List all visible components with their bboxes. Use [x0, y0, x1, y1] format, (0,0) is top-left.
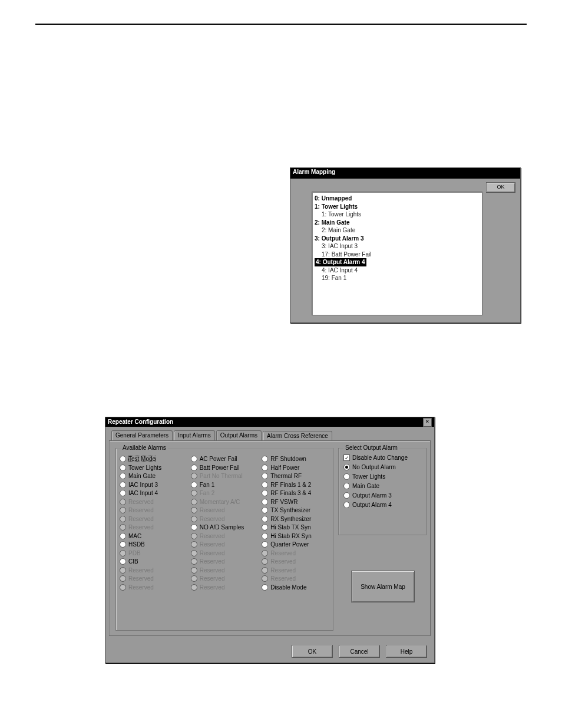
tab-panel: Available Alarms Test ModeTower LightsMa… — [109, 440, 431, 636]
alarm-radio: Reserved — [120, 499, 187, 505]
radio-icon — [262, 473, 268, 479]
radio-icon — [262, 567, 268, 574]
tree-node-selected[interactable]: 4: Output Alarm 4 — [315, 258, 366, 266]
alarm-radio[interactable]: Main Gate — [120, 473, 187, 479]
radio-icon — [191, 550, 197, 556]
tree-child[interactable]: 4: IAC Input 4 — [315, 266, 480, 275]
radio-label: Reserved — [200, 516, 225, 522]
radio-icon — [120, 490, 126, 496]
radio-tower-lights[interactable]: Tower Lights — [343, 473, 421, 480]
tree-node[interactable]: 0: Unmapped — [315, 195, 480, 203]
radio-label: Reserved — [128, 516, 154, 522]
radio-icon — [120, 516, 126, 522]
alarm-radio[interactable]: TX Synthesizer — [262, 507, 329, 513]
tree-node[interactable]: 2: Main Gate — [315, 219, 480, 227]
help-button[interactable]: Help — [386, 645, 427, 658]
radio-icon — [343, 502, 350, 508]
radio-icon — [343, 464, 350, 470]
alarm-radio[interactable]: Thermal RF — [262, 473, 329, 479]
alarm-radio[interactable]: IAC Input 4 — [120, 490, 187, 496]
alarm-radio[interactable]: IAC Input 3 — [120, 482, 187, 488]
tree-node[interactable]: 3: Output Alarm 3 — [315, 235, 480, 243]
radio-icon — [262, 558, 268, 565]
checkbox-label: Disable Auto Change — [352, 454, 408, 461]
alarm-radio[interactable]: RF VSWR — [262, 499, 329, 505]
radio-label: Main Gate — [128, 473, 156, 479]
tab-input-alarms[interactable]: Input Alarms — [174, 430, 215, 440]
repeater-config-dialog: Repeater Configuration × General Paramet… — [105, 417, 435, 663]
alarm-radio[interactable]: Half Power — [262, 465, 329, 471]
alarm-radio[interactable]: NO A/D Samples — [191, 524, 259, 531]
radio-main-gate[interactable]: Main Gate — [343, 483, 421, 489]
show-alarm-map-button[interactable]: Show Alarm Map — [351, 571, 415, 602]
radio-output-3[interactable]: Output Alarm 3 — [343, 492, 421, 499]
radio-icon — [120, 499, 126, 505]
tab-cross-ref[interactable]: Alarm Cross Reference — [263, 431, 332, 441]
tree-child[interactable]: 19: Fan 1 — [315, 274, 480, 282]
radio-icon — [120, 575, 126, 582]
radio-output-4[interactable]: Output Alarm 4 — [343, 502, 421, 508]
alarm-radio: Reserved — [191, 575, 259, 582]
alarm-radio[interactable]: RF Shutdown — [262, 456, 329, 462]
alarm-radio[interactable]: Fan 1 — [191, 482, 259, 488]
radio-icon — [191, 558, 197, 565]
alarm-radio: Reserved — [262, 550, 329, 556]
ok-button[interactable]: OK — [292, 645, 333, 658]
tree-node[interactable]: 1: Tower Lights — [315, 203, 480, 211]
alarm-tree[interactable]: 0: Unmapped 1: Tower Lights 1: Tower Lig… — [312, 192, 482, 315]
alarm-radio: Reserved — [191, 584, 259, 591]
alarm-radio[interactable]: Hi Stab TX Syn — [262, 524, 329, 531]
alarm-radio[interactable]: MAC — [120, 533, 187, 539]
ok-button[interactable]: OK — [486, 182, 515, 193]
radio-label: Half Power — [270, 465, 299, 471]
alarm-radio[interactable]: Quarter Power — [262, 541, 329, 548]
alarm-col-2: AC Power FailBatt Power FailPart No Ther… — [191, 456, 259, 591]
alarm-radio: Reserved — [191, 507, 259, 513]
radio-label: MAC — [128, 533, 141, 539]
alarm-radio: PDB — [120, 550, 187, 556]
radio-label: Reserved — [200, 507, 225, 513]
radio-no-output[interactable]: No Output Alarm — [343, 464, 421, 470]
alarm-radio[interactable]: Hi Stab RX Syn — [262, 533, 329, 539]
radio-label: Reserved — [270, 550, 296, 556]
radio-icon — [120, 533, 126, 539]
radio-label: Reserved — [270, 558, 296, 565]
alarm-radio[interactable]: Test Mode — [120, 456, 187, 462]
tree-child[interactable]: 17: Batt Power Fail — [315, 251, 480, 259]
radio-icon — [262, 516, 268, 522]
tab-general[interactable]: General Parameters — [111, 430, 173, 440]
radio-icon — [191, 490, 197, 496]
tree-child[interactable]: 2: Main Gate — [315, 226, 480, 235]
tree-child[interactable]: 3: IAC Input 3 — [315, 242, 480, 251]
alarm-radio[interactable]: CIB — [120, 558, 187, 565]
radio-label: Hi Stab TX Syn — [270, 524, 310, 531]
radio-icon — [191, 465, 197, 471]
alarm-radio[interactable]: Batt Power Fail — [191, 465, 259, 471]
dialog-title: Alarm Mapping — [290, 168, 520, 179]
radio-icon — [191, 584, 197, 591]
page-rule — [35, 24, 527, 25]
radio-label: Disable Mode — [270, 584, 306, 591]
radio-icon — [262, 541, 268, 548]
alarm-radio[interactable]: Tower Lights — [120, 465, 187, 471]
radio-label: Reserved — [128, 507, 154, 513]
close-icon[interactable]: × — [423, 418, 432, 427]
available-alarms-group: Available Alarms Test ModeTower LightsMa… — [115, 448, 333, 631]
tab-output-alarms[interactable]: Output Alarms — [216, 430, 262, 440]
alarm-radio[interactable]: HSDB — [120, 541, 187, 548]
alarm-radio[interactable]: Disable Mode — [262, 584, 329, 591]
cancel-button[interactable]: Cancel — [339, 645, 380, 658]
radio-label: Reserved — [128, 524, 154, 531]
alarm-radio: Reserved — [262, 558, 329, 565]
radio-icon — [262, 507, 268, 513]
tree-child[interactable]: 1: Tower Lights — [315, 210, 480, 219]
disable-auto-checkbox[interactable]: Disable Auto Change — [343, 454, 421, 461]
alarm-radio: Reserved — [120, 584, 187, 591]
alarm-radio[interactable]: RF Finals 1 & 2 — [262, 482, 329, 488]
radio-label: Reserved — [200, 575, 225, 582]
alarm-radio[interactable]: RX Synthesizer — [262, 516, 329, 522]
radio-label: Thermal RF — [270, 473, 302, 479]
alarm-radio[interactable]: RF Finals 3 & 4 — [262, 490, 329, 496]
radio-label: RF Shutdown — [270, 456, 306, 462]
alarm-radio[interactable]: AC Power Fail — [191, 456, 259, 462]
